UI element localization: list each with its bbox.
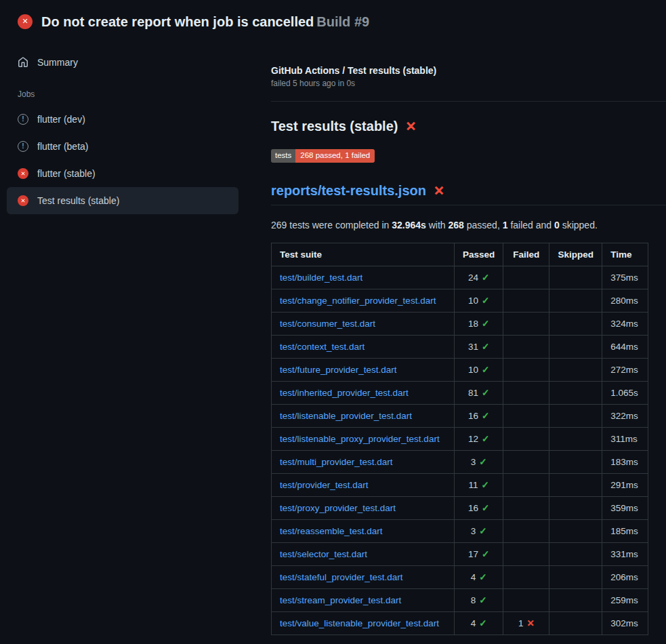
time-cell: 272ms [602, 358, 648, 381]
test-suite-link[interactable]: test/consumer_test.dart [280, 319, 375, 329]
skipped-cell [549, 427, 602, 450]
sidebar-item-job[interactable]: !flutter (dev) [7, 106, 238, 133]
test-suite-link[interactable]: test/change_notifier_provider_test.dart [280, 296, 436, 306]
check-icon: ✓ [479, 571, 486, 582]
suite-cell: test/listenable_provider_test.dart [272, 404, 455, 427]
passed-cell: 3✓ [455, 519, 503, 542]
suite-cell: test/value_listenable_provider_test.dart [272, 611, 455, 635]
skipped-cell [549, 519, 602, 542]
passed-cell: 10✓ [455, 289, 503, 312]
suite-cell: test/builder_test.dart [272, 266, 455, 289]
check-icon: ✓ [482, 548, 489, 559]
report-file-link[interactable]: reports/test-results.json [271, 183, 426, 199]
test-suite-link[interactable]: test/multi_provider_test.dart [280, 457, 393, 467]
sidebar-item-summary[interactable]: Summary [7, 49, 238, 76]
summary-failed-count: 1 [503, 220, 508, 230]
sidebar: Summary Jobs !flutter (dev)!flutter (bet… [0, 31, 257, 214]
passed-cell-count: 3 [471, 457, 476, 467]
jobs-heading: Jobs [7, 76, 238, 106]
test-suite-link[interactable]: test/selector_test.dart [280, 549, 367, 559]
failed-cell [503, 450, 549, 473]
skipped-cell [549, 473, 602, 496]
passed-cell: 24✓ [455, 266, 503, 289]
failed-cell [503, 427, 549, 450]
check-icon: ✓ [479, 595, 486, 605]
cross-icon: ✕ [526, 618, 534, 628]
passed-cell: 12✓ [455, 427, 503, 450]
test-suite-link[interactable]: test/stateful_provider_test.dart [280, 572, 403, 582]
test-suite-link[interactable]: test/value_listenable_provider_test.dart [280, 618, 439, 628]
passed-cell-count: 18 [468, 319, 478, 329]
col-header-test-suite: Test suite [272, 243, 455, 266]
sidebar-item-job[interactable]: ✕Test results (stable) [7, 187, 238, 214]
col-header-time: Time [602, 243, 648, 266]
skipped-cell [549, 266, 602, 289]
run-failed-icon: ✕ [18, 14, 33, 29]
check-icon: ✓ [482, 433, 489, 444]
neutral-status-icon: ! [18, 141, 28, 152]
test-suite-link[interactable]: test/inherited_provider_test.dart [280, 388, 409, 398]
passed-cell: 4✓ [455, 565, 503, 588]
sidebar-item-job[interactable]: !flutter (beta) [7, 133, 238, 160]
test-suite-row: test/change_notifier_provider_test.dart1… [272, 289, 648, 312]
sidebar-item-job[interactable]: ✕flutter (stable) [7, 160, 238, 187]
job-label: flutter (dev) [37, 114, 85, 125]
passed-cell: 16✓ [455, 404, 503, 427]
failed-cell [503, 358, 549, 381]
test-suite-link[interactable]: test/provider_test.dart [280, 480, 369, 490]
passed-cell-count: 11 [468, 480, 478, 490]
passed-cell: 17✓ [455, 542, 503, 565]
home-icon [18, 57, 28, 68]
test-suite-row: test/context_test.dart31✓644ms [272, 335, 648, 358]
suite-cell: test/selector_test.dart [272, 542, 455, 565]
time-cell: 324ms [602, 312, 648, 335]
failed-cell [503, 542, 549, 565]
passed-cell-count: 3 [471, 526, 476, 536]
time-cell: 359ms [602, 496, 648, 519]
test-suite-link[interactable]: test/proxy_provider_test.dart [280, 503, 396, 513]
skipped-cell [549, 404, 602, 427]
test-suite-link[interactable]: test/listenable_proxy_provider_test.dart [280, 434, 440, 444]
test-suite-link[interactable]: test/reassemble_test.dart [280, 526, 383, 536]
run-title-text: Do not create report when job is cancell… [41, 14, 314, 29]
badge-value: 268 passed, 1 failed [295, 149, 375, 163]
results-table-header-row: Test suite Passed Failed Skipped Time [272, 243, 648, 266]
test-suite-row: test/inherited_provider_test.dart81✓1.06… [272, 381, 648, 404]
skipped-cell [549, 496, 602, 519]
test-suite-row: test/consumer_test.dart18✓324ms [272, 312, 648, 335]
suite-cell: test/multi_provider_test.dart [272, 450, 455, 473]
failed-cell [503, 381, 549, 404]
suite-cell: test/reassemble_test.dart [272, 519, 455, 542]
suite-cell: test/provider_test.dart [272, 473, 455, 496]
failed-cell [503, 519, 549, 542]
check-icon: ✓ [482, 364, 489, 375]
test-suite-link[interactable]: test/listenable_provider_test.dart [280, 411, 412, 421]
test-suite-row: test/builder_test.dart24✓375ms [272, 266, 648, 289]
check-icon: ✓ [482, 479, 489, 490]
results-table-body: test/builder_test.dart24✓375mstest/chang… [272, 266, 648, 635]
suite-cell: test/stream_provider_test.dart [272, 588, 455, 611]
jobs-list: !flutter (dev)!flutter (beta)✕flutter (s… [7, 106, 238, 214]
test-suite-link[interactable]: test/future_provider_test.dart [280, 365, 397, 375]
results-table: Test suite Passed Failed Skipped Time te… [271, 243, 648, 635]
test-suite-row: test/future_provider_test.dart10✓272ms [272, 358, 648, 381]
test-suite-link[interactable]: test/context_test.dart [280, 342, 365, 352]
test-suite-link[interactable]: test/builder_test.dart [280, 273, 362, 283]
job-label: flutter (stable) [37, 168, 96, 179]
passed-cell: 11✓ [455, 473, 503, 496]
failed-cell [503, 312, 549, 335]
skipped-cell [549, 565, 602, 588]
test-suite-link[interactable]: test/stream_provider_test.dart [280, 595, 401, 605]
check-icon: ✓ [482, 272, 489, 283]
failed-cell [503, 565, 549, 588]
passed-cell-count: 81 [468, 388, 478, 398]
skipped-cell [549, 450, 602, 473]
failed-cell [503, 289, 549, 312]
suite-cell: test/change_notifier_provider_test.dart [272, 289, 455, 312]
failed-cell: 1✕ [503, 611, 549, 635]
test-suite-row: test/multi_provider_test.dart3✓183ms [272, 450, 648, 473]
failed-cell [503, 496, 549, 519]
col-header-passed: Passed [455, 243, 503, 266]
run-header: ✕ Do not create report when job is cance… [0, 0, 666, 31]
passed-cell-count: 16 [468, 411, 478, 421]
